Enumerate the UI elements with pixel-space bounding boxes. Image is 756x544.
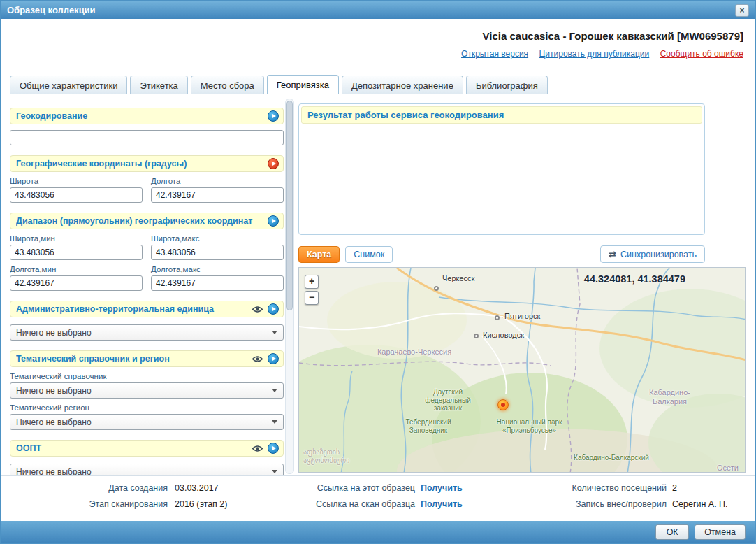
geocoding-result-box: Результат работы сервиса геокодирования — [298, 103, 705, 235]
eye-icon[interactable] — [252, 306, 263, 313]
open-version-link[interactable]: Открытая версия — [461, 49, 528, 59]
tab-georeference[interactable]: Геопривязка — [267, 75, 339, 94]
tab-collection-place[interactable]: Место сбора — [191, 76, 264, 94]
expand-icon[interactable] — [268, 158, 279, 169]
dialog-buttonbar: ОК Отмена — [1, 521, 755, 543]
map-label-region: Кабардино-Балкария — [633, 388, 706, 406]
map-canvas[interactable]: Черкесск Пятигорск Кисловодск Карачаево-… — [298, 267, 746, 473]
dropdown-arrow-icon — [272, 420, 277, 424]
section-title: Тематический справочник и регион — [16, 354, 247, 364]
expand-icon[interactable] — [268, 110, 279, 122]
specimen-link-label: Ссылка на этот образец — [293, 483, 415, 493]
cite-link[interactable]: Цитировать для публикации — [539, 49, 649, 59]
sync-label: Синхронизировать — [620, 250, 697, 259]
header-divider — [1, 69, 755, 69]
specimen-marker[interactable] — [497, 399, 509, 410]
eye-icon[interactable] — [252, 445, 263, 452]
section-title: Геокодирование — [16, 111, 263, 121]
created-date-value: 03.03.2017 — [175, 483, 219, 493]
form-scrollbar[interactable] — [285, 99, 294, 474]
section-title: Географические координаты (градусы) — [16, 159, 263, 169]
specimen-link-get[interactable]: Получить — [421, 483, 463, 493]
city-dot — [495, 315, 500, 320]
oopt-select[interactable]: Ничего не выбрано — [10, 464, 284, 475]
map-view-button[interactable]: Карта — [298, 246, 340, 263]
created-date-label: Дата создания — [11, 483, 168, 493]
map-label-city: Пятигорск — [504, 312, 540, 321]
dialog-title: Образец коллекции — [7, 5, 96, 15]
section-range-header: Диапазон (прямоугольник) географических … — [10, 213, 284, 229]
lat-max-input[interactable] — [151, 245, 284, 260]
dropdown-arrow-icon — [272, 331, 277, 334]
dialog-titlebar[interactable]: Образец коллекции × — [1, 1, 755, 19]
author-label: Запись внес/проверил — [525, 499, 667, 509]
lat-min-input[interactable] — [10, 245, 143, 260]
synchronize-button[interactable]: ⇄ Синхронизировать — [600, 245, 705, 263]
expand-icon[interactable] — [268, 303, 279, 315]
map-lines — [299, 268, 746, 473]
selected-value: Ничего не выбрано — [16, 417, 272, 427]
zoom-out-button[interactable]: − — [305, 291, 319, 305]
visits-label: Количество посещений — [525, 483, 667, 493]
record-info-footer: Дата создания 03.03.2017 Этап сканирован… — [1, 475, 755, 521]
zoom-in-button[interactable]: + — [305, 275, 319, 289]
selected-value: Ничего не выбрано — [16, 386, 272, 396]
map-label-city: Кисловодск — [483, 331, 524, 340]
admin-unit-select[interactable]: Ничего не выбрано — [10, 324, 284, 341]
map-label-region: Кабардино-Балкарский — [552, 454, 671, 462]
latitude-label: Широта — [10, 177, 143, 185]
tab-bibliography[interactable]: Библиография — [466, 76, 548, 94]
snapshot-view-button[interactable]: Снимок — [345, 246, 393, 263]
section-thematic-header: Тематический справочник и регион — [10, 350, 284, 367]
thematic-directory-select[interactable]: Ничего не выбрано — [10, 382, 284, 399]
map-zoom-control: + − — [305, 275, 319, 305]
dialog-body: Vicia caucasica - Горошек кавказский [MW… — [1, 19, 755, 521]
section-geocoding-header: Геокодирование — [10, 108, 284, 124]
section-title: Административно-территориальная единица — [16, 304, 247, 314]
section-title: ООПТ — [16, 443, 247, 453]
expand-icon[interactable] — [268, 443, 279, 454]
map-label-city: Черкесск — [442, 274, 474, 283]
latitude-input[interactable] — [10, 187, 143, 203]
map-coordinates: 44.324081, 41.384479 — [584, 273, 685, 285]
scan-stage-label: Этап сканирования — [11, 499, 168, 509]
geocoding-input[interactable] — [10, 130, 284, 145]
thematic-directory-label: Тематический справочник — [10, 372, 284, 380]
geocoding-result-title: Результат работы сервиса геокодирования — [301, 106, 702, 124]
specimen-dialog: Образец коллекции × Vicia caucasica - Го… — [0, 0, 756, 544]
lon-min-input[interactable] — [10, 275, 143, 291]
longitude-label: Долгота — [151, 177, 284, 185]
scan-stage-value: 2016 (этап 2) — [175, 499, 227, 509]
ok-button[interactable]: ОК — [655, 524, 689, 540]
visits-value: 2 — [672, 483, 677, 493]
lon-min-label: Долгота,мин — [10, 265, 143, 273]
tab-depository[interactable]: Депозитарное хранение — [342, 76, 463, 94]
lon-max-label: Долгота,макс — [151, 265, 284, 273]
expand-icon[interactable] — [268, 353, 279, 364]
lon-max-input[interactable] — [151, 275, 284, 291]
expand-icon[interactable] — [268, 215, 279, 227]
tab-bar: Общие характеристики Этикетка Место сбор… — [10, 75, 746, 94]
map-label-reserve: Даутский федеральный заказник — [416, 388, 479, 413]
tab-content: Геокодирование Географические координаты… — [1, 98, 755, 475]
map-label-region: Осети — [717, 464, 739, 473]
dropdown-arrow-icon — [272, 389, 277, 392]
thematic-region-select[interactable]: Ничего не выбрано — [10, 414, 284, 430]
scan-link-get[interactable]: Получить — [421, 499, 463, 509]
tab-general[interactable]: Общие характеристики — [10, 76, 127, 94]
section-title: Диапазон (прямоугольник) географических … — [16, 216, 263, 226]
cancel-button[interactable]: Отмена — [695, 524, 746, 540]
section-coordinates-header: Географические координаты (градусы) — [10, 155, 284, 172]
tab-label[interactable]: Этикетка — [130, 76, 187, 94]
lat-min-label: Широта,мин — [10, 234, 143, 243]
sync-icon: ⇄ — [609, 249, 616, 259]
report-error-link[interactable]: Сообщить об ошибке — [660, 49, 743, 59]
close-icon[interactable]: × — [735, 4, 749, 17]
scrollbar-thumb[interactable] — [286, 101, 293, 310]
eye-icon[interactable] — [252, 355, 263, 363]
dropdown-arrow-icon — [272, 470, 277, 473]
lat-max-label: Широта,макс — [151, 234, 284, 243]
city-dot — [474, 334, 479, 338]
longitude-input[interactable] — [151, 187, 284, 203]
scan-link-label: Ссылка на скан образца — [293, 499, 415, 509]
